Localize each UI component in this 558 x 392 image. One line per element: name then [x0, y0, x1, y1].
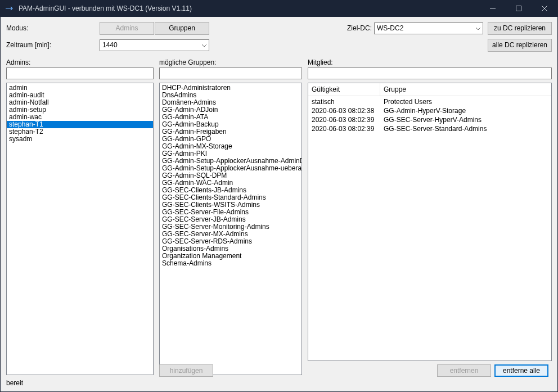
cell-gueltigkeit: 2020-06-03 08:02:39: [308, 124, 380, 133]
maximize-button[interactable]: [506, 0, 532, 17]
member-filter-input[interactable]: [308, 67, 552, 79]
cell-gruppe: GG-SEC-Server-Standard-Admins: [380, 124, 551, 133]
member-panel: Gültigkeit Gruppe statischProtected User…: [308, 83, 552, 361]
zu-dc-replizieren-button[interactable]: zu DC replizieren: [488, 22, 552, 35]
close-button[interactable]: [532, 0, 557, 17]
admins-mode-button[interactable]: Admins: [100, 22, 154, 35]
alle-dc-replizieren-button[interactable]: alle DC replizieren: [488, 39, 552, 52]
zeitraum-value: 1440: [102, 41, 118, 49]
table-row[interactable]: statischProtected Users: [308, 97, 551, 106]
svg-rect-1: [516, 6, 521, 11]
hinzufuegen-button[interactable]: hinzufügen: [159, 364, 213, 377]
chevron-down-icon: [202, 41, 206, 49]
cell-gruppe: GG-SEC-Server-HyperV-Admins: [380, 115, 551, 124]
ziel-dc-combo[interactable]: WS-DC2: [374, 22, 483, 34]
zeitraum-combo[interactable]: 1440: [100, 39, 209, 51]
column-labels: Admins: mögliche Gruppen: Mitglied:: [6, 58, 552, 66]
member-table-header: Gültigkeit Gruppe: [308, 83, 551, 96]
entfernen-button[interactable]: entfernen: [437, 364, 491, 377]
ziel-dc-label: Ziel-DC:: [347, 24, 372, 32]
lists-row: adminadmin-auditadmin-Notfalladmin-setup…: [6, 83, 552, 361]
member-header-gueltigkeit[interactable]: Gültigkeit: [308, 83, 380, 96]
member-column-label: Mitglied:: [308, 58, 552, 66]
member-table[interactable]: Gültigkeit Gruppe statischProtected User…: [308, 83, 552, 361]
admins-listbox[interactable]: adminadmin-auditadmin-Notfalladmin-setup…: [6, 83, 154, 375]
window-controls: [480, 0, 557, 17]
admins-filter-input[interactable]: [6, 67, 154, 79]
minimize-button[interactable]: [480, 0, 506, 17]
chevron-down-icon: [476, 24, 480, 32]
bottom-buttons: hinzufügen entfernen entferne alle: [6, 364, 552, 377]
app-window: PAM-AdminGUI - verbunden mit WS-DC1 (Ver…: [0, 0, 558, 392]
list-item[interactable]: Schema-Admins: [160, 260, 302, 267]
groups-filter-input[interactable]: [159, 67, 302, 79]
cell-gruppe: Protected Users: [380, 97, 551, 106]
status-bar: bereit: [6, 377, 552, 389]
gruppen-mode-button[interactable]: Gruppen: [155, 22, 209, 35]
top-row-1: Modus: Admins Gruppen Ziel-DC: WS-DC2 zu…: [6, 20, 552, 36]
table-row[interactable]: 2020-06-03 08:02:38GG-Admin-HyperV-Stora…: [308, 106, 551, 115]
cell-gueltigkeit: 2020-06-03 08:02:39: [308, 115, 380, 124]
entferne-alle-button[interactable]: entferne alle: [494, 364, 548, 377]
content-area: Modus: Admins Gruppen Ziel-DC: WS-DC2 zu…: [1, 17, 557, 391]
top-row-2: Zeitraum [min]: 1440 alle DC replizieren: [6, 37, 552, 53]
ziel-dc-value: WS-DC2: [377, 24, 403, 32]
zeitraum-label: Zeitraum [min]:: [6, 41, 91, 49]
cell-gueltigkeit: 2020-06-03 08:02:38: [308, 106, 380, 115]
cell-gueltigkeit: statisch: [308, 97, 380, 106]
window-title: PAM-AdminGUI - verbunden mit WS-DC1 (Ver…: [19, 4, 480, 12]
cell-gruppe: GG-Admin-HyperV-Storage: [380, 106, 551, 115]
app-icon: [5, 6, 14, 11]
member-header-gruppe[interactable]: Gruppe: [380, 83, 551, 96]
table-row[interactable]: 2020-06-03 08:02:39GG-SEC-Server-HyperV-…: [308, 115, 551, 124]
groups-column-label: mögliche Gruppen:: [159, 58, 302, 66]
list-item[interactable]: sysadm: [7, 136, 153, 143]
titlebar: PAM-AdminGUI - verbunden mit WS-DC1 (Ver…: [1, 0, 557, 17]
admins-column-label: Admins:: [6, 58, 154, 66]
table-row[interactable]: 2020-06-03 08:02:39GG-SEC-Server-Standar…: [308, 124, 551, 133]
modus-label: Modus:: [6, 24, 91, 32]
groups-listbox[interactable]: DHCP-AdministratorenDnsAdminsDomänen-Adm…: [159, 83, 302, 375]
filters-row: [6, 67, 552, 79]
